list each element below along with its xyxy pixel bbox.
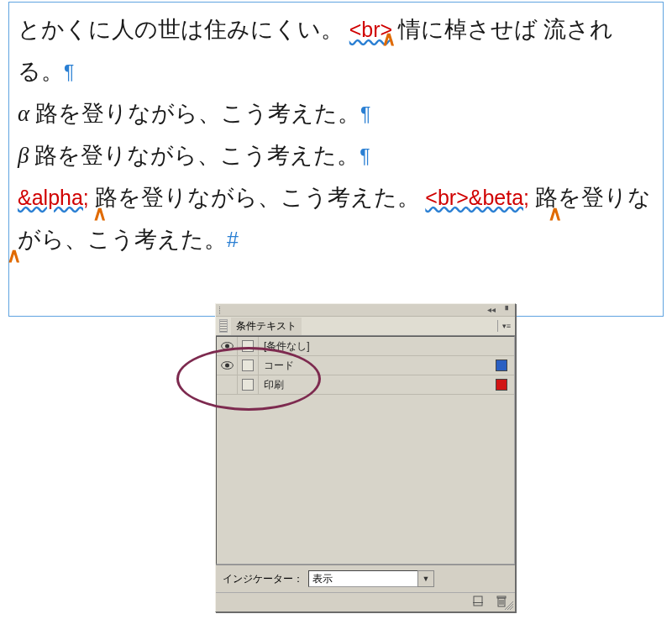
greek-alpha: α — [18, 101, 29, 126]
flyout-menu-icon[interactable]: ▾≡ — [497, 320, 515, 332]
tab-grip-icon — [219, 319, 228, 333]
indicator-label: インジケーター： — [223, 572, 303, 586]
visibility-toggle[interactable] — [217, 337, 238, 355]
panel-titlebar[interactable]: ◂◂ ▝ — [216, 304, 515, 317]
drag-grip[interactable] — [219, 307, 224, 314]
condition-label: 印刷 — [259, 378, 496, 392]
greek-beta: β — [18, 143, 29, 168]
apply-box[interactable] — [238, 375, 259, 394]
indicator-select[interactable]: 表示 ▼ — [308, 570, 434, 587]
indicator-value: 表示 — [312, 572, 333, 586]
conditions-list: [条件なし] コード 印刷 — [216, 336, 515, 564]
body-text: 情に棹させば — [398, 17, 538, 42]
panel-actions — [216, 592, 515, 611]
conditional-text-panel: ◂◂ ▝ 条件テキスト ▾≡ [条件なし] コード 印刷 — [215, 303, 516, 612]
condition-label: コード — [259, 359, 496, 373]
body-text: 路を登りながら、こう考えた。 — [29, 101, 360, 126]
body-text: 路を登りながら、こう考えた。 — [29, 143, 360, 168]
condition-row-code[interactable]: コード — [217, 356, 514, 375]
resize-grip-icon[interactable] — [505, 601, 513, 610]
br-tag: <br> — [425, 186, 468, 209]
visibility-toggle[interactable] — [217, 356, 238, 375]
condition-label: [条件なし] — [259, 339, 507, 354]
end-of-story-icon: # — [227, 228, 239, 251]
pilcrow-icon: ¶ — [360, 103, 370, 125]
pilcrow-icon: ¶ — [360, 145, 370, 167]
panel-tab-label: 条件テキスト — [231, 318, 302, 335]
svg-rect-4 — [474, 596, 482, 606]
condition-row-none[interactable]: [条件なし] — [217, 337, 514, 356]
apply-box[interactable] — [238, 356, 259, 375]
text-frame[interactable]: とかくに人の世は住みにくい。 <br> 情に棹させば 流される。¶ α 路を登り… — [8, 2, 664, 317]
visibility-toggle[interactable] — [217, 375, 238, 394]
pilcrow-icon: ¶ — [64, 61, 74, 83]
alpha-entity: &alpha; — [18, 186, 89, 209]
dropdown-icon[interactable]: ▼ — [417, 570, 434, 587]
body-text: とかくに人の世は住みにくい。 — [18, 17, 344, 42]
minimize-icon[interactable]: ▝ — [500, 306, 510, 314]
apply-box[interactable] — [238, 337, 259, 355]
beta-entity: &beta; — [469, 186, 529, 209]
collapse-icon[interactable]: ◂◂ — [486, 306, 496, 314]
svg-rect-7 — [497, 596, 506, 598]
svg-point-1 — [225, 344, 229, 349]
panel-tab[interactable]: 条件テキスト ▾≡ — [216, 317, 515, 336]
svg-rect-5 — [473, 602, 483, 603]
svg-point-3 — [225, 364, 229, 368]
new-condition-icon[interactable] — [473, 596, 485, 609]
color-swatch — [496, 379, 507, 391]
br-tag: <br> — [349, 18, 392, 41]
color-swatch — [496, 359, 507, 371]
panel-footer: インジケーター： 表示 ▼ — [216, 564, 515, 592]
body-text: 路を登りながら、こう考えた。 — [89, 185, 420, 210]
condition-row-print[interactable]: 印刷 — [217, 375, 514, 395]
